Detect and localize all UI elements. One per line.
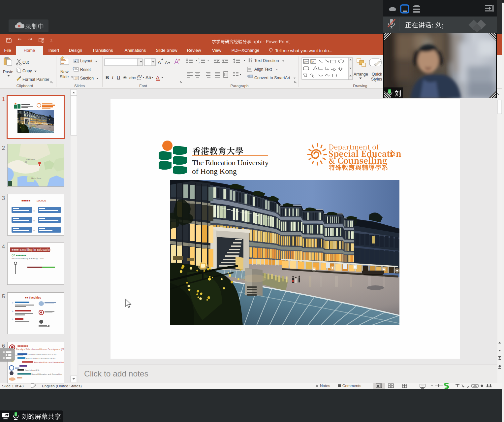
svg-text:Quick: Quick: [372, 72, 382, 77]
svg-text:|A: |A: [311, 60, 314, 63]
svg-text:2: 2: [198, 61, 200, 64]
svg-text:Faculty of Education and Human: Faculty of Education and Human Developme…: [16, 348, 64, 351]
svg-text:SZ: SZ: [25, 161, 27, 163]
svg-text:A: A: [156, 75, 159, 80]
svg-text:I: I: [111, 75, 114, 80]
svg-text:■■■■■■■: ■■■■■■■: [17, 344, 28, 347]
svg-text:Format Painter: Format Painter: [22, 77, 49, 82]
svg-text:of Hong Kong: of Hong Kong: [192, 167, 237, 176]
svg-text:Notes: Notes: [320, 383, 330, 388]
svg-text:A: A: [158, 59, 161, 65]
svg-text:Cut: Cut: [22, 60, 29, 65]
svg-text:World University Rankings 2021: World University Rankings 2021: [12, 257, 45, 260]
svg-text:(XXXXX): (XXXXX): [37, 200, 46, 202]
svg-text:Education Policy and Leadershi: Education Policy and Leadership (EPL): [34, 361, 64, 363]
svg-text:Arrange: Arrange: [354, 72, 368, 77]
svg-text:A: A: [165, 60, 168, 65]
svg-text:Early Childhood Education (ECE: Early Childhood Education (ECE): [26, 357, 55, 359]
svg-text:■■■■ Excelling in Education: ■■■■ Excelling in Education: [12, 248, 51, 251]
svg-text:Align Text: Align Text: [254, 67, 272, 72]
svg-text:AV: AV: [137, 75, 142, 79]
svg-text:vs: vs: [33, 210, 35, 212]
svg-text:New: New: [60, 70, 69, 74]
svg-text:■■■■■: ■■■■■: [21, 199, 30, 202]
svg-text:U: U: [117, 75, 120, 80]
svg-text:Special Education and Counsell: Special Education and Counselling: [31, 373, 62, 375]
svg-text:vs: vs: [33, 220, 35, 222]
svg-text:Paste: Paste: [3, 70, 14, 74]
svg-text:Shenzhen: Shenzhen: [26, 158, 35, 160]
svg-text:The Education University: The Education University: [192, 158, 269, 167]
svg-text:Layout: Layout: [80, 59, 93, 63]
svg-text:S: S: [123, 75, 127, 80]
svg-text:Psychology (PS): Psychology (PS): [25, 369, 39, 371]
svg-text:Reset: Reset: [80, 67, 91, 72]
svg-text:abc: abc: [129, 76, 136, 80]
svg-text:1: 1: [198, 58, 200, 61]
svg-text:QS ■■■■■■■: QS ■■■■■■■: [12, 254, 26, 257]
svg-text:Slide: Slide: [60, 75, 69, 79]
svg-text:Text Direction: Text Direction: [254, 58, 279, 63]
svg-text:Section: Section: [80, 76, 94, 81]
svg-text:Copy: Copy: [22, 69, 32, 73]
svg-text:■■■■: ■■■■: [15, 367, 19, 369]
svg-text:■■■■■: ■■■■■: [17, 377, 22, 379]
svg-text:Styles: Styles: [371, 77, 382, 81]
svg-text:B: B: [106, 75, 109, 80]
svg-text:A=: A=: [304, 60, 308, 63]
svg-text:Tell me what you want to do...: Tell me what you want to do...: [275, 48, 332, 53]
svg-text:Comments: Comments: [342, 383, 361, 388]
svg-text:Convert to SmartArt: Convert to SmartArt: [254, 76, 290, 80]
svg-text:Curriculum and Instruction (C&: Curriculum and Instruction (C&I): [28, 353, 56, 355]
svg-text:vs: vs: [33, 230, 35, 232]
svg-text:Aa: Aa: [145, 75, 152, 80]
svg-text:■■ Faculties: ■■ Faculties: [25, 296, 41, 299]
svg-text:Hong Kong: Hong Kong: [31, 177, 41, 179]
